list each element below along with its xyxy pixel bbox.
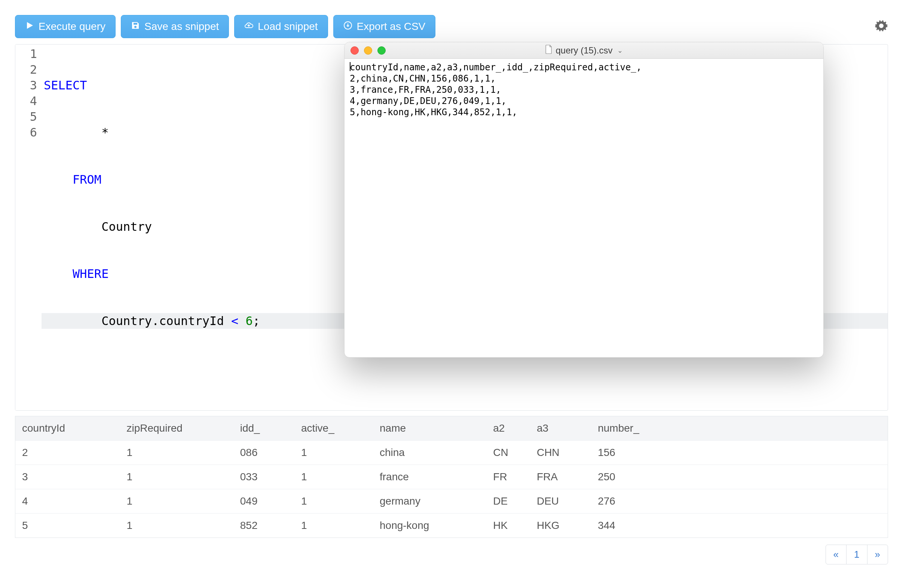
table-cell: CN [486,441,530,465]
table-cell: 1 [294,465,373,489]
table-cell: 156 [591,441,888,465]
table-cell: 049 [233,489,294,514]
line-number: 3 [15,77,41,93]
column-header[interactable]: countryId [15,416,120,441]
table-cell: 4 [15,489,120,514]
csv-preview-window[interactable]: query (15).csv ⌄ countryId,name,a2,a3,nu… [344,42,824,358]
table-cell: 1 [294,489,373,514]
table-cell: HK [486,514,530,538]
gear-icon [875,27,888,34]
table-cell: 1 [120,441,233,465]
table-cell: DE [486,489,530,514]
table-cell: HKG [530,514,591,538]
execute-label: Execute query [39,20,105,33]
column-header[interactable]: idd_ [233,416,294,441]
table-cell: 1 [294,441,373,465]
toolbar: Execute query Save as snippet Load snipp… [15,15,888,38]
table-cell: 3 [15,465,120,489]
table-cell: 1 [120,489,233,514]
window-titlebar[interactable]: query (15).csv ⌄ [345,42,823,59]
column-header[interactable]: a2 [486,416,530,441]
table-cell: 344 [591,514,888,538]
table-cell: 250 [591,465,888,489]
table-row[interactable]: 210861chinaCNCHN156 [15,441,888,465]
table-cell: germany [373,489,486,514]
chevron-down-icon: ⌄ [617,46,623,55]
table-cell: 1 [120,514,233,538]
execute-query-button[interactable]: Execute query [15,15,116,38]
cloud-download-icon [244,20,253,33]
pagination-prev-button[interactable]: « [826,545,846,564]
csv-content[interactable]: countryId,name,a2,a3,number_,idd_,zipReq… [345,59,823,121]
table-cell: china [373,441,486,465]
table-cell: 276 [591,489,888,514]
table-cell: DEU [530,489,591,514]
line-number: 4 [15,93,41,109]
column-header[interactable]: a3 [530,416,591,441]
table-cell: 033 [233,465,294,489]
column-header[interactable]: active_ [294,416,373,441]
document-icon [545,45,552,56]
editor-gutter: 1 2 3 4 5 6 [15,44,41,410]
line-number: 2 [15,62,41,77]
table-header-row: countryId zipRequired idd_ active_ name … [15,416,888,441]
table-cell: 5 [15,514,120,538]
load-label: Load snippet [258,20,318,33]
table-cell: FR [486,465,530,489]
window-close-button[interactable] [351,46,359,55]
load-snippet-button[interactable]: Load snippet [234,15,328,38]
table-cell: 086 [233,441,294,465]
export-label: Export as CSV [357,20,426,33]
column-header[interactable]: name [373,416,486,441]
save-icon [131,20,140,33]
table-row[interactable]: 518521hong-kongHKHKG344 [15,514,888,538]
window-title[interactable]: query (15).csv ⌄ [545,45,623,56]
table-cell: CHN [530,441,591,465]
table-cell: 852 [233,514,294,538]
play-icon [25,20,34,33]
save-label: Save as snippet [145,20,219,33]
download-circle-icon [343,20,352,33]
pagination-page-button[interactable]: 1 [846,545,867,564]
line-number: 1 [15,46,41,62]
pagination: « 1 » [826,545,888,564]
table-cell: hong-kong [373,514,486,538]
window-traffic-lights [351,46,385,55]
column-header[interactable]: zipRequired [120,416,233,441]
table-cell: FRA [530,465,591,489]
table-cell: 2 [15,441,120,465]
table-cell: 1 [294,514,373,538]
line-number: 5 [15,109,41,124]
window-zoom-button[interactable] [378,46,385,55]
table-row[interactable]: 410491germanyDEDEU276 [15,489,888,514]
settings-button[interactable] [875,19,888,34]
window-minimize-button[interactable] [364,46,372,55]
pagination-next-button[interactable]: » [867,545,888,564]
export-csv-button[interactable]: Export as CSV [333,15,436,38]
line-number: 6 [15,124,41,140]
results-table: countryId zipRequired idd_ active_ name … [15,416,888,538]
table-cell: france [373,465,486,489]
save-snippet-button[interactable]: Save as snippet [121,15,229,38]
table-row[interactable]: 310331franceFRFRA250 [15,465,888,489]
table-cell: 1 [120,465,233,489]
column-header[interactable]: number_ [591,416,888,441]
window-filename: query (15).csv [555,45,612,56]
